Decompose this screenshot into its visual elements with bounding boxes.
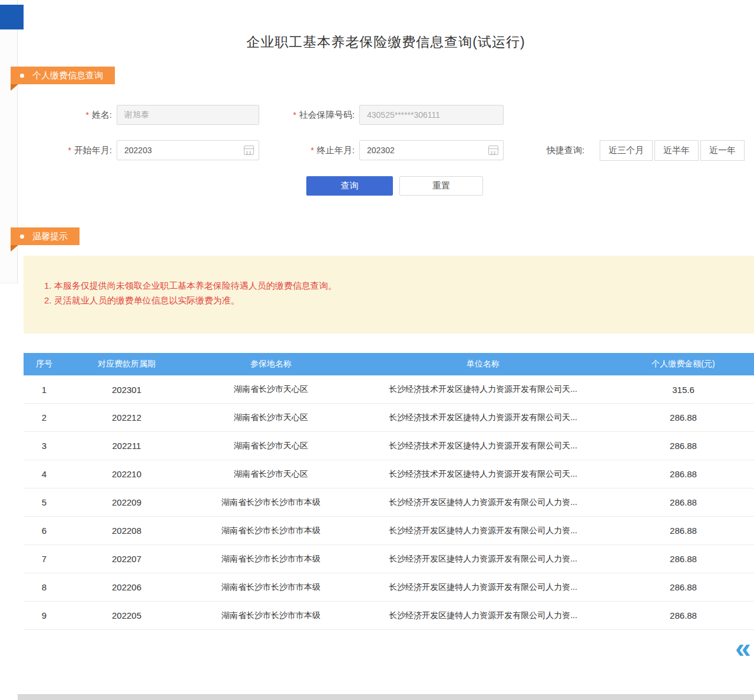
cell-company: 长沙经济开发区捷特人力资源开发有限公司人力资... [353, 582, 613, 593]
cell-region: 湖南省长沙市长沙市市本级 [188, 582, 353, 593]
table-row: 4 202210 湖南省长沙市天心区 长沙经济技术开发区捷特人力资源开发有限公司… [24, 460, 754, 488]
notice-line: 2. 灵活就业人员的缴费单位信息以实际缴费为准。 [44, 293, 742, 308]
cell-amount: 286.88 [613, 554, 754, 564]
reset-button[interactable]: 重置 [399, 176, 483, 196]
table-body: 1 202301 湖南省长沙市天心区 长沙经济技术开发区捷特人力资源开发有限公司… [24, 375, 754, 630]
end-month-label: *终止年月: [266, 145, 355, 156]
required-asterisk: * [68, 146, 71, 155]
table-row: 6 202208 湖南省长沙市长沙市市本级 长沙经济开发区捷特人力资源开发有限公… [24, 517, 754, 545]
required-asterisk: * [293, 110, 296, 120]
cell-period: 202208 [65, 526, 188, 536]
cell-region: 湖南省长沙市天心区 [188, 384, 353, 395]
cell-region: 湖南省长沙市天心区 [188, 441, 353, 451]
cell-company: 长沙经济技术开发区捷特人力资源开发有限公司天... [353, 469, 613, 480]
quick-btn-3-months[interactable]: 近三个月 [600, 140, 653, 161]
ssn-label: *社会保障号码: [266, 110, 355, 121]
cell-seq: 4 [24, 469, 65, 479]
table-row: 7 202207 湖南省长沙市长沙市市本级 长沙经济开发区捷特人力资源开发有限公… [24, 545, 754, 573]
ribbon-fold-decoration [11, 84, 18, 91]
cell-period: 202206 [65, 582, 188, 592]
bullet-icon [20, 235, 24, 239]
cell-region: 湖南省长沙市天心区 [188, 469, 353, 480]
table-row: 3 202211 湖南省长沙市天心区 长沙经济技术开发区捷特人力资源开发有限公司… [24, 432, 754, 460]
cell-region: 湖南省长沙市长沙市市本级 [188, 497, 353, 508]
cell-seq: 2 [24, 412, 65, 422]
cell-seq: 1 [24, 385, 65, 395]
cell-period: 202212 [65, 412, 188, 422]
sidebar-toggle-tab[interactable] [0, 5, 24, 29]
table-row: 9 202205 湖南省长沙市长沙市市本级 长沙经济开发区捷特人力资源开发有限公… [24, 602, 754, 630]
cell-company: 长沙经济开发区捷特人力资源开发有限公司人力资... [353, 497, 613, 508]
cell-amount: 286.88 [613, 610, 754, 620]
section-header-tips-label: 温馨提示 [32, 231, 68, 242]
table-row: 2 202212 湖南省长沙市天心区 长沙经济技术开发区捷特人力资源开发有限公司… [24, 404, 754, 432]
col-header-company: 单位名称 [353, 359, 613, 369]
section-header-query: 个人缴费信息查询 [11, 67, 115, 84]
col-header-amount: 个人缴费金额(元) [613, 359, 754, 369]
calendar-icon[interactable] [488, 146, 498, 155]
cell-period: 202211 [65, 441, 188, 451]
cell-region: 湖南省长沙市长沙市市本级 [188, 610, 353, 621]
collapse-panel-chevron-icon[interactable]: « [735, 634, 751, 662]
section-header-tips: 温馨提示 [11, 227, 80, 245]
table-row: 5 202209 湖南省长沙市长沙市市本级 长沙经济开发区捷特人力资源开发有限公… [24, 488, 754, 517]
ssn-input[interactable] [359, 105, 504, 125]
cell-company: 长沙经济开发区捷特人力资源开发有限公司人力资... [353, 554, 613, 564]
quick-btn-half-year[interactable]: 近半年 [654, 140, 699, 161]
quick-btn-one-year[interactable]: 近一年 [700, 140, 745, 161]
name-input[interactable] [117, 105, 259, 125]
cell-amount: 286.88 [613, 497, 754, 507]
start-month-input[interactable] [117, 140, 259, 160]
cell-seq: 9 [24, 610, 65, 620]
calendar-icon[interactable] [244, 146, 254, 155]
payment-table: 序号 对应费款所属期 参保地名称 单位名称 个人缴费金额(元) 1 202301… [24, 353, 754, 630]
required-asterisk: * [85, 110, 88, 120]
cell-seq: 6 [24, 526, 65, 536]
col-header-period: 对应费款所属期 [65, 359, 188, 369]
page-title: 企业职工基本养老保险缴费信息查询(试运行) [18, 33, 754, 51]
cell-company: 长沙经济开发区捷特人力资源开发有限公司人力资... [353, 526, 613, 536]
cell-company: 长沙经济技术开发区捷特人力资源开发有限公司天... [353, 441, 613, 451]
name-label: *姓名: [35, 110, 112, 121]
cell-period: 202301 [65, 385, 188, 395]
cell-amount: 286.88 [613, 469, 754, 479]
cell-company: 长沙经济技术开发区捷特人力资源开发有限公司天... [353, 412, 613, 423]
quick-query-label: 快捷查询: [547, 145, 584, 156]
table-header-row: 序号 对应费款所属期 参保地名称 单位名称 个人缴费金额(元) [24, 353, 754, 375]
cell-seq: 7 [24, 554, 65, 564]
cell-amount: 315.6 [613, 385, 754, 395]
cell-region: 湖南省长沙市长沙市市本级 [188, 526, 353, 536]
cell-company: 长沙经济开发区捷特人力资源开发有限公司人力资... [353, 610, 613, 621]
query-button[interactable]: 查询 [306, 176, 393, 196]
cell-amount: 286.88 [613, 412, 754, 422]
required-asterisk: * [310, 146, 313, 155]
cell-amount: 286.88 [613, 441, 754, 451]
end-month-input[interactable] [359, 140, 504, 160]
col-header-region: 参保地名称 [188, 359, 353, 369]
cell-period: 202209 [65, 497, 188, 507]
col-header-seq: 序号 [24, 359, 65, 369]
horizontal-scrollbar[interactable] [18, 694, 754, 700]
table-row: 1 202301 湖南省长沙市天心区 长沙经济技术开发区捷特人力资源开发有限公司… [24, 375, 754, 404]
notice-box: 1. 本服务仅提供尚未领取企业职工基本养老保险待遇人员的缴费信息查询。 2. 灵… [24, 256, 754, 334]
start-month-label: *开始年月: [35, 145, 112, 156]
notice-line: 1. 本服务仅提供尚未领取企业职工基本养老保险待遇人员的缴费信息查询。 [44, 278, 742, 293]
page-root: 企业职工基本养老保险缴费信息查询(试运行) 个人缴费信息查询 *姓名: *社会保… [0, 0, 754, 700]
bullet-icon [20, 74, 24, 78]
section-header-query-label: 个人缴费信息查询 [32, 70, 103, 81]
cell-period: 202207 [65, 554, 188, 564]
table-row: 8 202206 湖南省长沙市长沙市市本级 长沙经济开发区捷特人力资源开发有限公… [24, 573, 754, 602]
cell-seq: 8 [24, 582, 65, 592]
cell-period: 202205 [65, 610, 188, 620]
cell-seq: 5 [24, 497, 65, 507]
cell-amount: 286.88 [613, 582, 754, 592]
cell-period: 202210 [65, 469, 188, 479]
cell-region: 湖南省长沙市长沙市市本级 [188, 554, 353, 564]
ribbon-fold-decoration [11, 245, 18, 252]
cell-seq: 3 [24, 441, 65, 451]
cell-company: 长沙经济技术开发区捷特人力资源开发有限公司天... [353, 384, 613, 395]
cell-region: 湖南省长沙市天心区 [188, 412, 353, 423]
cell-amount: 286.88 [613, 526, 754, 536]
quick-query-group: 近三个月 近半年 近一年 [600, 140, 745, 161]
